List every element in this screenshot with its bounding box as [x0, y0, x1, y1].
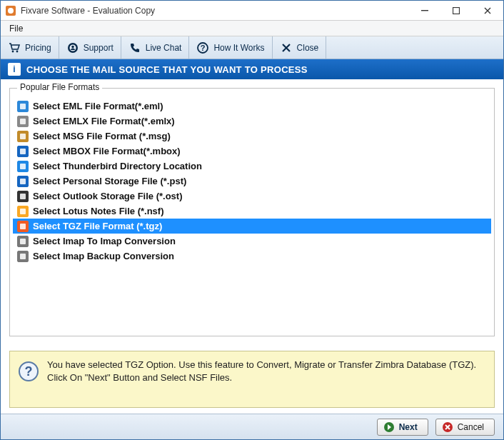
- file-icon: [17, 161, 29, 172]
- button-label: Next: [399, 422, 418, 432]
- toolbar-howitworks[interactable]: ? How It Works: [189, 36, 272, 59]
- toolbar-close[interactable]: Close: [273, 36, 327, 59]
- file-icon: [17, 176, 29, 187]
- file-icon: [17, 116, 29, 127]
- svg-point-1: [8, 8, 14, 14]
- minimize-button[interactable]: [409, 1, 440, 21]
- svg-rect-15: [20, 164, 26, 169]
- help-icon: ?: [19, 361, 39, 381]
- format-label: Select Thunderbird Directory Location: [33, 161, 202, 171]
- toolbar-label: Pricing: [25, 43, 51, 53]
- cancel-button[interactable]: Cancel: [435, 419, 495, 436]
- svg-point-4: [12, 50, 14, 52]
- format-label: Select MSG File Format (*.msg): [33, 131, 171, 141]
- svg-point-5: [16, 50, 19, 52]
- svg-rect-12: [20, 119, 26, 124]
- format-label: Select Personal Storage File (*.pst): [33, 176, 186, 186]
- format-option[interactable]: Select Outlook Storage File (*.ost): [13, 189, 491, 204]
- banner: i CHOOSE THE MAIL SOURCE THAT YOU WANT T…: [1, 59, 503, 79]
- svg-rect-17: [20, 194, 26, 199]
- svg-rect-2: [421, 10, 428, 11]
- headset-icon: [66, 41, 79, 54]
- format-list[interactable]: Select EML File Format(*.eml)Select EMLX…: [13, 99, 491, 333]
- banner-text: CHOOSE THE MAIL SOURCE THAT YOU WANT TO …: [26, 64, 308, 75]
- toolbar: Pricing Support Live Chat ? How It Works…: [1, 36, 503, 59]
- toolbar-label: Live Chat: [146, 43, 182, 53]
- window-controls: [409, 1, 503, 21]
- window-title: Fixvare Software - Evaluation Copy: [21, 6, 409, 16]
- x-icon: [280, 41, 293, 54]
- phone-icon: [128, 41, 141, 54]
- svg-rect-18: [20, 209, 26, 214]
- app-window: Fixvare Software - Evaluation Copy File …: [0, 0, 504, 440]
- toolbar-label: How It Works: [213, 43, 264, 53]
- format-option[interactable]: Select Lotus Notes File (*.nsf): [13, 204, 491, 219]
- toolbar-livechat[interactable]: Live Chat: [121, 36, 190, 59]
- format-label: Select Lotus Notes File (*.nsf): [33, 206, 163, 216]
- file-icon: [17, 146, 29, 157]
- close-window-button[interactable]: [472, 1, 503, 21]
- file-icon: [17, 221, 29, 232]
- svg-rect-11: [20, 104, 26, 109]
- format-label: Select Imap Backup Conversion: [33, 251, 174, 261]
- arrow-right-icon: [383, 421, 395, 433]
- format-option[interactable]: Select MBOX File Format(*.mbox): [13, 144, 491, 159]
- footer-bar: Next Cancel: [1, 414, 503, 439]
- file-icon: [17, 191, 29, 202]
- format-option[interactable]: Select Imap To Imap Conversion: [13, 234, 491, 249]
- info-message: You have selected TGZ Option. Use this f…: [47, 359, 485, 384]
- group-title: Popular File Formats: [17, 82, 102, 92]
- format-option[interactable]: Select TGZ File Format (*.tgz): [13, 219, 491, 234]
- format-label: Select TGZ File Format (*.tgz): [33, 221, 162, 231]
- file-icon: [17, 206, 29, 217]
- svg-rect-16: [20, 179, 26, 184]
- info-icon: i: [8, 63, 21, 76]
- titlebar: Fixvare Software - Evaluation Copy: [1, 1, 503, 21]
- svg-rect-20: [20, 239, 26, 244]
- question-icon: ?: [196, 41, 209, 54]
- svg-text:?: ?: [201, 44, 206, 52]
- svg-rect-14: [20, 149, 26, 154]
- format-option[interactable]: Select Personal Storage File (*.pst): [13, 174, 491, 189]
- file-icon: [17, 101, 29, 112]
- formats-group: Popular File Formats Select EML File For…: [9, 88, 495, 336]
- menubar: File: [1, 21, 503, 36]
- next-button[interactable]: Next: [377, 419, 428, 436]
- cart-icon: [8, 41, 21, 54]
- format-option[interactable]: Select EMLX File Format(*.emlx): [13, 114, 491, 129]
- file-icon: [17, 251, 29, 262]
- cancel-icon: [442, 421, 453, 433]
- svg-rect-19: [20, 224, 26, 229]
- info-panel: ? You have selected TGZ Option. Use this…: [9, 351, 495, 408]
- file-icon: [17, 236, 29, 247]
- app-icon: [5, 5, 16, 16]
- format-label: Select EML File Format(*.eml): [33, 101, 163, 111]
- button-label: Cancel: [458, 422, 484, 432]
- maximize-button[interactable]: [440, 1, 472, 21]
- toolbar-label: Close: [297, 43, 319, 53]
- svg-rect-21: [20, 254, 26, 259]
- toolbar-support[interactable]: Support: [59, 36, 121, 59]
- file-icon: [17, 131, 29, 142]
- toolbar-pricing[interactable]: Pricing: [1, 36, 59, 59]
- svg-point-8: [71, 45, 74, 48]
- format-option[interactable]: Select Thunderbird Directory Location: [13, 159, 491, 174]
- svg-rect-3: [453, 7, 460, 14]
- toolbar-label: Support: [84, 43, 114, 53]
- content-area: Popular File Formats Select EML File For…: [1, 79, 503, 341]
- format-label: Select Imap To Imap Conversion: [33, 236, 176, 246]
- svg-rect-13: [20, 134, 26, 139]
- format-option[interactable]: Select EML File Format(*.eml): [13, 99, 491, 114]
- menu-file[interactable]: File: [5, 22, 27, 35]
- format-label: Select MBOX File Format(*.mbox): [33, 146, 181, 156]
- format-label: Select Outlook Storage File (*.ost): [33, 191, 182, 201]
- format-label: Select EMLX File Format(*.emlx): [33, 116, 175, 126]
- format-option[interactable]: Select Imap Backup Conversion: [13, 249, 491, 264]
- format-option[interactable]: Select MSG File Format (*.msg): [13, 129, 491, 144]
